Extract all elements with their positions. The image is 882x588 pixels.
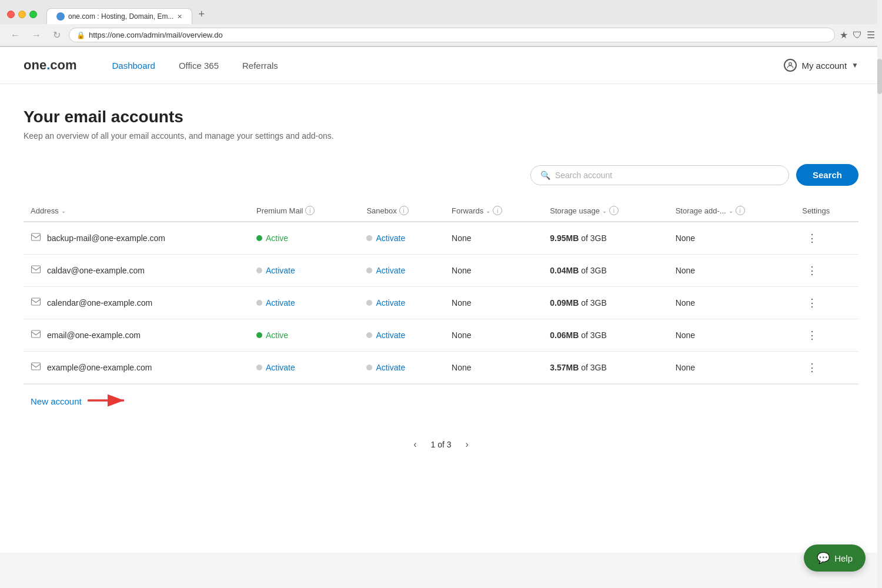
scrollbar-thumb[interactable] [877, 59, 882, 94]
search-input[interactable] [555, 171, 779, 180]
address-bar[interactable]: 🔒 https://one.com/admin/mail/overview.do [69, 28, 835, 42]
storage-total-1: of 3GB [581, 266, 607, 275]
nav-dashboard[interactable]: Dashboard [112, 61, 155, 71]
forwards-info-icon[interactable]: i [493, 206, 502, 215]
storage-total-2: of 3GB [581, 298, 607, 308]
storage-total-3: of 3GB [581, 330, 607, 340]
minimize-window-button[interactable] [18, 11, 26, 18]
premium-dot-0 [256, 235, 262, 241]
page-separator: of [437, 440, 447, 449]
storage-sort-icon[interactable]: ⌄ [602, 208, 607, 214]
total-pages: 3 [447, 440, 452, 449]
search-button[interactable]: Search [796, 164, 858, 186]
email-cell-1: caldav@one-example.com [24, 255, 249, 287]
logo-dot: . [46, 58, 50, 72]
fullscreen-window-button[interactable] [29, 11, 37, 18]
sanebox-cell-4: Activate [359, 352, 445, 384]
email-icon-0 [31, 232, 41, 245]
reload-button[interactable]: ↻ [49, 28, 64, 42]
active-tab[interactable]: one.com : Hosting, Domain, Em... ✕ [46, 8, 192, 24]
email-address-1: caldav@one-example.com [47, 266, 145, 275]
premium-cell-2: Activate [249, 287, 359, 319]
traffic-lights [7, 11, 37, 18]
sanebox-cell-2: Activate [359, 287, 445, 319]
account-section[interactable]: My account ▼ [784, 59, 858, 72]
search-icon: 🔍 [540, 171, 550, 180]
svg-rect-3 [32, 298, 41, 305]
page-title: Your email accounts [24, 108, 858, 126]
forward-button[interactable]: → [28, 29, 45, 42]
row-menu-button-4[interactable]: ⋮ [802, 359, 823, 376]
address-sort-icon[interactable]: ⌄ [61, 208, 66, 214]
account-chevron-icon: ▼ [851, 61, 858, 69]
row-menu-button-0[interactable]: ⋮ [802, 230, 823, 246]
sanebox-activate-2[interactable]: Activate [376, 298, 405, 308]
nav-referrals[interactable]: Referrals [242, 61, 278, 71]
page: one.com Dashboard Office 365 Referrals M… [0, 47, 882, 553]
premium-cell-3: Active [249, 319, 359, 352]
prev-page-button[interactable]: ‹ [409, 437, 421, 452]
svg-rect-5 [32, 363, 41, 370]
forwards-cell-4: None [445, 352, 543, 384]
addon-cell-3: None [669, 319, 796, 352]
accounts-table: Address ⌄ Premium Mail i Sanebox i [24, 200, 858, 384]
help-button[interactable]: 💬 Help [804, 544, 866, 553]
back-button[interactable]: ← [7, 29, 24, 42]
email-icon-3 [31, 329, 41, 342]
col-header-settings: Settings [795, 200, 858, 222]
premium-status-0: Active [266, 233, 288, 243]
sanebox-activate-3[interactable]: Activate [376, 330, 405, 340]
shield-button[interactable]: 🛡 [853, 29, 862, 41]
email-address-2: calendar@one-example.com [47, 298, 152, 308]
logo[interactable]: one.com [24, 58, 77, 73]
premium-activate-1[interactable]: Activate [266, 266, 295, 275]
next-page-button[interactable]: › [461, 437, 473, 452]
addon-sort-icon[interactable]: ⌄ [729, 208, 733, 214]
sanebox-dot-4 [366, 365, 372, 370]
new-tab-button[interactable]: + [192, 5, 211, 24]
tab-close-button[interactable]: ✕ [177, 13, 182, 21]
sanebox-activate-1[interactable]: Activate [376, 266, 405, 275]
premium-info-icon[interactable]: i [305, 206, 315, 215]
storage-used-3: 0.06MB [550, 330, 579, 340]
bookmark-button[interactable]: ★ [840, 29, 848, 41]
scrollbar-track [877, 0, 882, 553]
site-header: one.com Dashboard Office 365 Referrals M… [0, 47, 882, 84]
table-row: email@one-example.com Active Activate No… [24, 319, 858, 352]
col-header-forwards: Forwards ⌄ i [445, 200, 543, 222]
sanebox-activate-4[interactable]: Activate [376, 363, 405, 372]
addon-info-icon[interactable]: i [736, 206, 745, 215]
storage-info-icon[interactable]: i [609, 206, 619, 215]
sanebox-activate-0[interactable]: Activate [376, 233, 405, 243]
email-cell-3: email@one-example.com [24, 319, 249, 352]
table-row: backup-mail@one-example.com Active Activ… [24, 222, 858, 255]
search-input-wrapper: 🔍 [530, 165, 789, 185]
forwards-cell-1: None [445, 255, 543, 287]
table-row: calendar@one-example.com Activate Activa… [24, 287, 858, 319]
storage-used-2: 0.09MB [550, 298, 579, 308]
browser-chrome: one.com : Hosting, Domain, Em... ✕ + ← →… [0, 0, 882, 47]
premium-dot-2 [256, 300, 262, 306]
browser-toolbar: ← → ↻ 🔒 https://one.com/admin/mail/overv… [0, 24, 882, 46]
sanebox-cell-1: Activate [359, 255, 445, 287]
storage-total-4: of 3GB [581, 363, 607, 372]
col-header-premium: Premium Mail i [249, 200, 359, 222]
row-menu-button-3[interactable]: ⋮ [802, 327, 823, 343]
sanebox-cell-3: Activate [359, 319, 445, 352]
sanebox-info-icon[interactable]: i [399, 206, 409, 215]
row-menu-button-1[interactable]: ⋮ [802, 262, 823, 279]
nav-office365[interactable]: Office 365 [179, 61, 219, 71]
premium-activate-2[interactable]: Activate [266, 298, 295, 308]
svg-point-0 [789, 62, 792, 65]
premium-dot-3 [256, 332, 262, 338]
close-window-button[interactable] [7, 11, 15, 18]
settings-cell-2: ⋮ [795, 287, 858, 319]
new-account-link[interactable]: New account [31, 394, 129, 409]
premium-activate-4[interactable]: Activate [266, 363, 295, 372]
account-avatar-icon [784, 59, 797, 72]
account-label: My account [801, 61, 847, 71]
row-menu-button-2[interactable]: ⋮ [802, 295, 823, 311]
settings-cell-3: ⋮ [795, 319, 858, 352]
forwards-sort-icon[interactable]: ⌄ [486, 208, 490, 214]
menu-button[interactable]: ☰ [867, 29, 875, 41]
